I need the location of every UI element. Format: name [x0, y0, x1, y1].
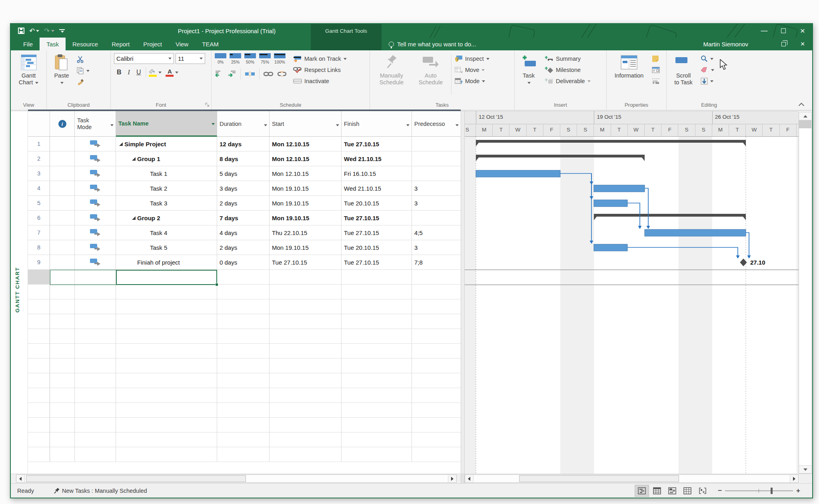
- start-cell[interactable]: [270, 418, 342, 432]
- unlink-tasks-button[interactable]: [277, 71, 287, 77]
- minimize-button[interactable]: —: [755, 24, 774, 38]
- predecessors-cell[interactable]: [412, 329, 461, 344]
- percent-complete-100-button[interactable]: 100%: [272, 53, 287, 64]
- finish-cell[interactable]: [342, 418, 412, 432]
- duration-cell[interactable]: [217, 344, 270, 359]
- finish-cell[interactable]: [342, 373, 412, 388]
- tab-report[interactable]: Report: [105, 38, 136, 50]
- duration-cell[interactable]: [217, 432, 270, 447]
- task-name-cell[interactable]: Task 1: [116, 166, 217, 181]
- pane-splitter[interactable]: [461, 111, 465, 474]
- start-cell[interactable]: Mon 19.10.15: [270, 240, 342, 255]
- view-switch-task-usage-button[interactable]: [650, 485, 664, 497]
- task-mode-cell[interactable]: [75, 151, 116, 166]
- task-mode-cell[interactable]: [75, 329, 116, 344]
- table-row[interactable]: 7Task 44 daysThu 22.10.15Tue 27.10.154;5: [28, 225, 461, 240]
- fill-button[interactable]: [699, 76, 716, 87]
- empty-table-row[interactable]: [28, 359, 461, 373]
- table-row[interactable]: 2Group 18 daysMon 12.10.15Wed 21.10.15: [28, 151, 461, 166]
- collapse-ribbon-button[interactable]: [799, 103, 805, 106]
- finish-cell[interactable]: Wed 21.10.15: [342, 151, 412, 166]
- indicator-cell[interactable]: [50, 403, 75, 418]
- finish-cell[interactable]: Tue 20.10.15: [342, 196, 412, 211]
- finish-cell[interactable]: Tue 27.10.15: [342, 225, 412, 240]
- empty-table-row[interactable]: [28, 344, 461, 359]
- duration-cell[interactable]: [217, 373, 270, 388]
- task-mode-cell[interactable]: [75, 255, 116, 270]
- copy-button[interactable]: [75, 65, 92, 76]
- finish-cell[interactable]: [342, 314, 412, 329]
- task-mode-button[interactable]: ? Mode: [453, 76, 491, 87]
- predecessors-cell[interactable]: 3: [412, 181, 461, 196]
- predecessors-cell[interactable]: [412, 418, 461, 432]
- header-task-name[interactable]: Task Name: [116, 111, 217, 137]
- row-number[interactable]: [28, 418, 50, 432]
- predecessors-cell[interactable]: [412, 373, 461, 388]
- finish-cell[interactable]: Tue 27.10.15: [342, 137, 412, 151]
- predecessors-cell[interactable]: 4;5: [412, 225, 461, 240]
- filter-arrow-icon[interactable]: [336, 124, 339, 126]
- task-mode-cell[interactable]: [75, 388, 116, 403]
- row-number[interactable]: [28, 344, 50, 359]
- indicator-cell[interactable]: [50, 447, 75, 462]
- finish-cell[interactable]: [342, 388, 412, 403]
- start-cell[interactable]: [270, 403, 342, 418]
- empty-table-row[interactable]: [28, 388, 461, 403]
- scrollbar-splitter[interactable]: [461, 474, 465, 484]
- predecessors-cell[interactable]: 3: [412, 196, 461, 211]
- gantt-task-bar-task-5[interactable]: [594, 244, 627, 251]
- finish-cell[interactable]: [342, 432, 412, 447]
- duration-cell[interactable]: [217, 388, 270, 403]
- task-name-cell[interactable]: [116, 344, 217, 359]
- task-name-cell[interactable]: [116, 329, 217, 344]
- predecessors-cell[interactable]: [412, 447, 461, 462]
- gantt-summary-bar-simple-project[interactable]: [476, 140, 746, 143]
- inactivate-button[interactable]: Inactivate: [291, 76, 349, 87]
- task-mode-cell[interactable]: [75, 270, 116, 285]
- format-painter-button[interactable]: [75, 76, 92, 88]
- empty-table-row[interactable]: [28, 373, 461, 388]
- task-mode-cell[interactable]: [75, 285, 116, 299]
- view-switch-report-button[interactable]: [695, 485, 710, 497]
- task-name-cell[interactable]: Group 1: [116, 151, 217, 166]
- filter-arrow-icon[interactable]: [110, 124, 114, 126]
- task-name-cell[interactable]: Task 4: [116, 225, 217, 240]
- duration-cell[interactable]: [217, 403, 270, 418]
- scroll-right-button[interactable]: [448, 475, 456, 482]
- row-number[interactable]: [28, 270, 50, 285]
- start-cell[interactable]: [270, 432, 342, 447]
- indicator-cell[interactable]: [50, 151, 75, 166]
- font-name-select[interactable]: Calibri: [114, 53, 174, 64]
- zoom-slider-track[interactable]: [725, 490, 793, 491]
- background-color-button[interactable]: [148, 68, 158, 77]
- gantt-milestone-diamond[interactable]: [740, 259, 747, 266]
- row-number[interactable]: 9: [28, 255, 50, 270]
- new-tasks-mode-button[interactable]: New Tasks : Manually Scheduled: [53, 488, 147, 494]
- duration-cell[interactable]: 3 days: [217, 181, 270, 196]
- save-button[interactable]: [16, 25, 26, 36]
- task-mode-cell[interactable]: [75, 373, 116, 388]
- font-dialog-launcher-icon[interactable]: [205, 102, 210, 107]
- predecessors-cell[interactable]: [412, 432, 461, 447]
- finish-cell[interactable]: Tue 27.10.15: [342, 211, 412, 225]
- task-mode-cell[interactable]: [75, 314, 116, 329]
- task-name-cell[interactable]: [116, 403, 217, 418]
- task-name-cell[interactable]: [116, 447, 217, 462]
- task-mode-cell[interactable]: [75, 418, 116, 432]
- table-row[interactable]: 5Task 32 daysMon 19.10.15Tue 20.10.153: [28, 196, 461, 211]
- indicator-cell[interactable]: [50, 418, 75, 432]
- insert-task-button[interactable]: Task: [516, 53, 541, 99]
- duration-cell[interactable]: [217, 447, 270, 462]
- task-mode-cell[interactable]: [75, 403, 116, 418]
- task-mode-cell[interactable]: [75, 299, 116, 314]
- indicator-cell[interactable]: [50, 388, 75, 403]
- duration-cell[interactable]: 2 days: [217, 196, 270, 211]
- predecessors-cell[interactable]: [412, 151, 461, 166]
- start-cell[interactable]: [270, 447, 342, 462]
- task-name-cell[interactable]: Group 2: [116, 211, 217, 225]
- bold-button[interactable]: B: [114, 68, 124, 77]
- task-mode-cell[interactable]: [75, 359, 116, 373]
- predecessors-cell[interactable]: [412, 314, 461, 329]
- tab-resource[interactable]: Resource: [66, 38, 105, 50]
- task-name-cell[interactable]: Task 3: [116, 196, 217, 211]
